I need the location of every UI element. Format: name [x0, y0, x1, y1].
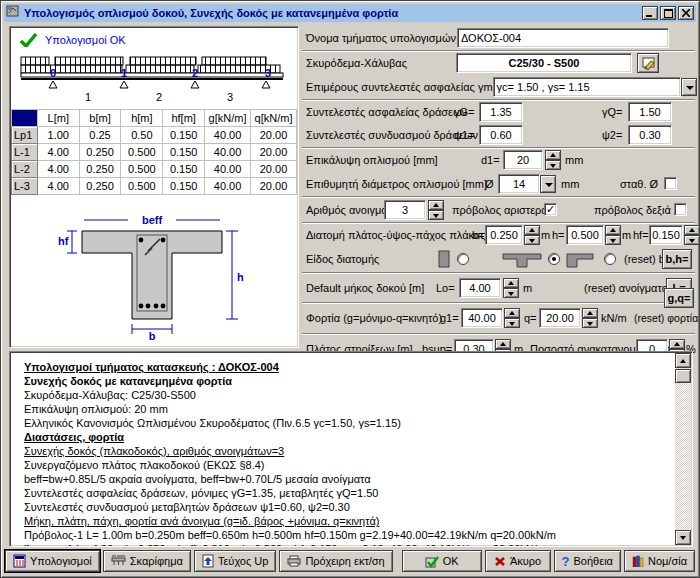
g1-spinner[interactable] [504, 308, 520, 328]
legislation-label: Νομ/σία [648, 555, 687, 567]
scrollbar-thumb[interactable] [675, 369, 691, 383]
q-input[interactable]: 20.00 [539, 308, 581, 328]
material-edit-button[interactable] [637, 53, 659, 73]
output-line: Σκυρόδεμα-Χάλυβας: C25/30-S500 [24, 388, 672, 402]
vertical-scrollbar[interactable] [675, 353, 691, 545]
cell[interactable]: 40.00 [205, 127, 251, 144]
span-count-input[interactable]: 3 [384, 200, 426, 220]
minimize-button[interactable] [642, 6, 658, 20]
reset-loads-button[interactable]: g,q= [664, 288, 694, 308]
table-row[interactable]: L-2 4.00 0.250 0.500 0.150 40.00 20.00 [12, 161, 297, 178]
name-input[interactable]: ΔΟΚΟΣ-004 [457, 28, 669, 48]
hf-input[interactable]: 0.150 [649, 225, 683, 245]
output-line: Συντελεστές συνδυασμού μεταβλητών δράσεω… [24, 500, 672, 514]
cell[interactable]: 4.00 [37, 178, 79, 195]
cell[interactable]: 40.00 [205, 161, 251, 178]
row-diameter: Επιθυμητή διάμετρος οπλισμού [mm] Ø 14 m… [302, 171, 695, 197]
span-label-3: 3 [227, 91, 233, 103]
cell[interactable]: 0.150 [163, 161, 205, 178]
cell[interactable]: 40.00 [205, 144, 251, 161]
table-row[interactable]: L-3 4.00 0.250 0.500 0.150 40.00 20.00 [12, 178, 297, 195]
sketch-button[interactable]: Σκαρίφημα [103, 550, 191, 572]
scroll-down-icon[interactable] [675, 530, 691, 545]
span-count-spinner[interactable] [428, 200, 444, 220]
cover-input[interactable]: 20 [503, 150, 543, 170]
l-section-radio[interactable] [604, 253, 616, 265]
cell[interactable]: 20.00 [251, 127, 297, 144]
l-section-icon [566, 250, 594, 268]
cell[interactable]: 0.500 [121, 161, 163, 178]
hf-spinner[interactable] [684, 225, 700, 245]
cantilever-left-label: πρόβολος αριστερά [452, 204, 548, 216]
b-spinner[interactable] [524, 225, 540, 245]
g1-input[interactable]: 40.00 [461, 308, 503, 328]
psi1-input[interactable]: 0.60 [479, 125, 523, 145]
calculation-output[interactable]: Υπολογισμοί τμήματος κατασκευής : ΔΟΚΟΣ-… [9, 351, 693, 547]
diameter-dropdown-icon[interactable] [540, 175, 556, 193]
section-type-label: Είδος διατομής [306, 253, 379, 265]
chevron-down-icon[interactable] [681, 78, 697, 96]
close-button[interactable] [678, 6, 694, 20]
b-input[interactable]: 0.250 [485, 225, 523, 245]
cell[interactable]: 0.500 [121, 144, 163, 161]
sketch-label: Σκαρίφημα [130, 555, 183, 567]
table-row[interactable]: L-1 4.00 0.250 0.500 0.150 40.00 20.00 [12, 144, 297, 161]
h-input[interactable]: 0.500 [566, 225, 604, 245]
cantilever-left-checkbox[interactable] [544, 203, 557, 216]
output-line: Μήκη, πλάτη, πάχη, φορτία ανά άνοιγμα (g… [24, 514, 672, 528]
row-label[interactable]: Lp1 [12, 127, 38, 144]
cell[interactable]: 20.00 [251, 144, 297, 161]
cell[interactable]: 0.500 [121, 178, 163, 195]
t-section-radio[interactable] [548, 253, 560, 265]
cell[interactable]: 0.250 [79, 178, 121, 195]
cancel-x-icon [494, 556, 506, 567]
cell[interactable]: 20.00 [251, 161, 297, 178]
sketch-icon [111, 555, 126, 567]
calculations-button[interactable]: Υπολογισμοί [5, 550, 100, 572]
section-dims-label: Διατομή πλάτος-ύψος-πάχος πλάκας [306, 229, 486, 241]
legislation-button[interactable]: Νομ/σία [624, 550, 695, 572]
cancel-button[interactable]: Άκυρο [485, 550, 551, 572]
cell[interactable]: 0.25 [79, 127, 121, 144]
row-label[interactable]: L-1 [12, 144, 38, 161]
h-spinner[interactable] [605, 225, 621, 245]
cell[interactable]: 1.00 [37, 127, 79, 144]
row-label[interactable]: L-2 [12, 161, 38, 178]
lo-spinner[interactable] [503, 278, 519, 298]
beam-diagram: 0 1 2 3 1 2 3 [18, 55, 290, 107]
cell[interactable]: 20.00 [251, 178, 297, 195]
cell[interactable]: 4.00 [37, 161, 79, 178]
cell[interactable]: 40.00 [205, 178, 251, 195]
reset-spans-label: (reset) ανοίγματα [584, 282, 668, 294]
scroll-up-icon[interactable] [675, 353, 691, 368]
table-row[interactable]: Lp1 1.00 0.25 0.50 0.150 40.00 20.00 [12, 127, 297, 144]
psi2-input[interactable]: 0.30 [628, 125, 672, 145]
row-label[interactable]: L-3 [12, 178, 38, 195]
cell[interactable]: 0.150 [163, 178, 205, 195]
cantilever-right-checkbox[interactable] [674, 203, 687, 216]
volume-up-button[interactable]: Τεύχος Up [194, 550, 276, 572]
cell[interactable]: 0.150 [163, 144, 205, 161]
app-icon [6, 4, 20, 22]
fixed-diameter-checkbox[interactable] [664, 177, 677, 190]
cover-spinner[interactable] [545, 150, 561, 170]
cell[interactable]: 0.50 [121, 127, 163, 144]
cell[interactable]: 0.250 [79, 161, 121, 178]
rect-section-radio[interactable] [457, 253, 469, 265]
ok-button[interactable]: OK [402, 550, 482, 572]
spans-table: L[m] b[m] h[m] hf[m] g[kN/m] q[kN/m] Lp1… [11, 109, 297, 195]
cell[interactable]: 4.00 [37, 144, 79, 161]
diameter-select[interactable]: 14 [498, 174, 540, 194]
gQ-input[interactable]: 1.50 [628, 102, 672, 122]
gamma-m-select[interactable]: γc= 1.50 , γs= 1.15 [493, 77, 681, 97]
q-spinner[interactable] [582, 308, 598, 328]
material-value[interactable]: C25/30 - S500 [456, 53, 632, 73]
gG-input[interactable]: 1.35 [479, 102, 523, 122]
reset-bh-button[interactable]: b,h= [662, 249, 692, 269]
lo-input[interactable]: 4.00 [459, 278, 501, 298]
draft-print-button[interactable]: Πρόχειρη εκτ/ση [279, 550, 392, 572]
help-button[interactable]: ? Βοήθεια [554, 550, 621, 572]
maximize-button[interactable] [660, 6, 676, 20]
cell[interactable]: 0.150 [163, 127, 205, 144]
cell[interactable]: 0.250 [79, 144, 121, 161]
